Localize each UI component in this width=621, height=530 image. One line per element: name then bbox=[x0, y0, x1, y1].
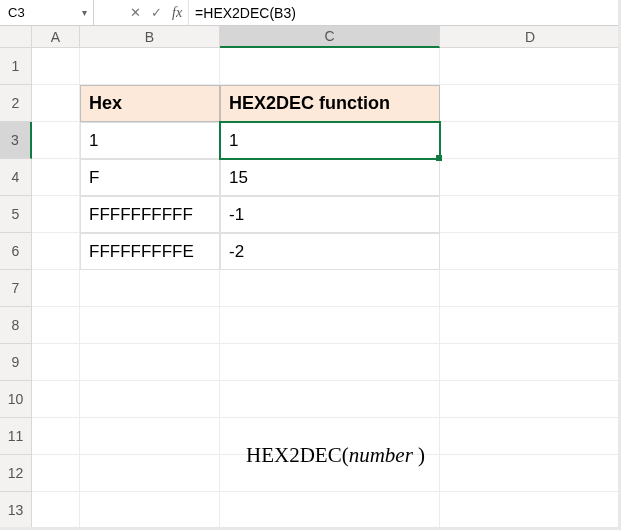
cell-B13[interactable] bbox=[80, 492, 220, 529]
cell-A4[interactable] bbox=[32, 159, 80, 196]
row-6: 6 FFFFFFFFFE -2 bbox=[0, 233, 621, 270]
cell-B5[interactable]: FFFFFFFFFF bbox=[80, 196, 220, 233]
cell-D7[interactable] bbox=[440, 270, 621, 307]
row-header-2[interactable]: 2 bbox=[0, 85, 32, 122]
row-2: 2 Hex HEX2DEC function bbox=[0, 85, 621, 122]
cell-A12[interactable] bbox=[32, 455, 80, 492]
chevron-down-icon[interactable]: ▾ bbox=[78, 7, 87, 18]
cell-B3[interactable]: 1 bbox=[80, 122, 220, 159]
row-header-12[interactable]: 12 bbox=[0, 455, 32, 492]
select-all-corner[interactable] bbox=[0, 26, 32, 48]
cell-C9[interactable] bbox=[220, 344, 440, 381]
cell-C1[interactable] bbox=[220, 48, 440, 85]
cell-C2[interactable]: HEX2DEC function bbox=[220, 85, 440, 122]
cell-A2[interactable] bbox=[32, 85, 80, 122]
cell-C8[interactable] bbox=[220, 307, 440, 344]
cell-value: 1 bbox=[229, 131, 238, 151]
row-header-8[interactable]: 8 bbox=[0, 307, 32, 344]
cell-C4[interactable]: 15 bbox=[220, 159, 440, 196]
row-header-7[interactable]: 7 bbox=[0, 270, 32, 307]
cell-C3[interactable]: 1 bbox=[220, 122, 440, 159]
cell-B8[interactable] bbox=[80, 307, 220, 344]
enter-icon[interactable]: ✓ bbox=[151, 5, 162, 20]
cell-C13[interactable] bbox=[220, 492, 440, 529]
cell-value: 1 bbox=[89, 131, 98, 151]
row-8: 8 bbox=[0, 307, 621, 344]
syntax-fn: HEX2DEC( bbox=[246, 443, 349, 467]
row-header-10[interactable]: 10 bbox=[0, 381, 32, 418]
col-header-D[interactable]: D bbox=[440, 26, 621, 48]
syntax-close: ) bbox=[413, 443, 425, 467]
cell-D9[interactable] bbox=[440, 344, 621, 381]
row-header-3[interactable]: 3 bbox=[0, 122, 32, 159]
col-header-C[interactable]: C bbox=[220, 26, 440, 48]
cell-A1[interactable] bbox=[32, 48, 80, 85]
cell-D1[interactable] bbox=[440, 48, 621, 85]
row-header-5[interactable]: 5 bbox=[0, 196, 32, 233]
formula-bar: C3 ▾ ✕ ✓ fx =HEX2DEC(B3) bbox=[0, 0, 621, 26]
cell-B11[interactable] bbox=[80, 418, 220, 455]
cell-value: FFFFFFFFFF bbox=[89, 205, 193, 225]
cell-D6[interactable] bbox=[440, 233, 621, 270]
cell-D2[interactable] bbox=[440, 85, 621, 122]
row-1: 1 bbox=[0, 48, 621, 85]
cell-A7[interactable] bbox=[32, 270, 80, 307]
cell-D8[interactable] bbox=[440, 307, 621, 344]
col-header-A[interactable]: A bbox=[32, 26, 80, 48]
cell-A8[interactable] bbox=[32, 307, 80, 344]
cell-A6[interactable] bbox=[32, 233, 80, 270]
cell-D11[interactable] bbox=[440, 418, 621, 455]
formula-input[interactable]: =HEX2DEC(B3) bbox=[188, 0, 621, 25]
cell-A11[interactable] bbox=[32, 418, 80, 455]
cell-B6[interactable]: FFFFFFFFFE bbox=[80, 233, 220, 270]
cell-D5[interactable] bbox=[440, 196, 621, 233]
row-header-9[interactable]: 9 bbox=[0, 344, 32, 381]
cell-C7[interactable] bbox=[220, 270, 440, 307]
row-header-13[interactable]: 13 bbox=[0, 492, 32, 529]
syntax-arg: number bbox=[349, 443, 413, 467]
cell-B1[interactable] bbox=[80, 48, 220, 85]
cell-B12[interactable] bbox=[80, 455, 220, 492]
fx-icon[interactable]: fx bbox=[172, 5, 182, 21]
formula-bar-divider bbox=[94, 0, 124, 25]
cell-D13[interactable] bbox=[440, 492, 621, 529]
row-10: 10 bbox=[0, 381, 621, 418]
cell-B7[interactable] bbox=[80, 270, 220, 307]
cell-value: F bbox=[89, 168, 99, 188]
cell-D3[interactable] bbox=[440, 122, 621, 159]
cell-A13[interactable] bbox=[32, 492, 80, 529]
cell-value: -1 bbox=[229, 205, 244, 225]
cell-A10[interactable] bbox=[32, 381, 80, 418]
col-header-B[interactable]: B bbox=[80, 26, 220, 48]
row-header-11[interactable]: 11 bbox=[0, 418, 32, 455]
cell-B9[interactable] bbox=[80, 344, 220, 381]
cancel-icon[interactable]: ✕ bbox=[130, 5, 141, 20]
row-7: 7 bbox=[0, 270, 621, 307]
row-header-4[interactable]: 4 bbox=[0, 159, 32, 196]
row-13: 13 bbox=[0, 492, 621, 529]
row-header-6[interactable]: 6 bbox=[0, 233, 32, 270]
cell-B4[interactable]: F bbox=[80, 159, 220, 196]
row-4: 4 F 15 bbox=[0, 159, 621, 196]
cell-A3[interactable] bbox=[32, 122, 80, 159]
cell-B10[interactable] bbox=[80, 381, 220, 418]
column-headers: A B C D bbox=[0, 26, 621, 48]
cell-B2[interactable]: Hex bbox=[80, 85, 220, 122]
name-box[interactable]: C3 ▾ bbox=[0, 0, 94, 25]
cell-A5[interactable] bbox=[32, 196, 80, 233]
fill-handle[interactable] bbox=[436, 155, 442, 161]
table-header-result: HEX2DEC function bbox=[229, 93, 390, 114]
cell-value: 15 bbox=[229, 168, 248, 188]
cell-D12[interactable] bbox=[440, 455, 621, 492]
row-3: 3 1 1 bbox=[0, 122, 621, 159]
cell-C5[interactable]: -1 bbox=[220, 196, 440, 233]
row-header-1[interactable]: 1 bbox=[0, 48, 32, 85]
cell-value: FFFFFFFFFE bbox=[89, 242, 194, 262]
cell-D10[interactable] bbox=[440, 381, 621, 418]
table-header-hex: Hex bbox=[89, 93, 122, 114]
cell-C6[interactable]: -2 bbox=[220, 233, 440, 270]
cell-D4[interactable] bbox=[440, 159, 621, 196]
cell-A9[interactable] bbox=[32, 344, 80, 381]
formula-text: =HEX2DEC(B3) bbox=[195, 5, 296, 21]
cell-C10[interactable] bbox=[220, 381, 440, 418]
